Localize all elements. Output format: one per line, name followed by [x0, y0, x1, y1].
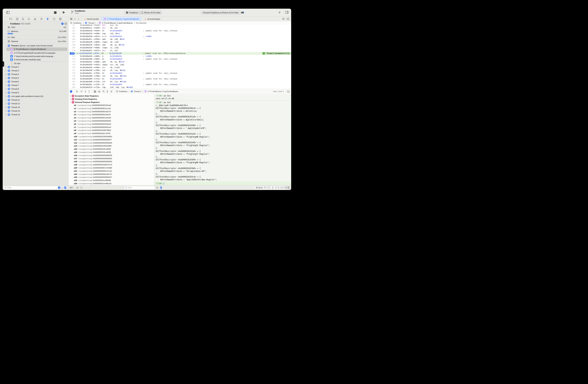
disasm-line-163[interactable]: 1630x181d0a520 <+644>: bl 0x181dda854 ; … [68, 29, 291, 32]
project-navigator-icon[interactable] [9, 18, 12, 20]
register-row[interactable]: x16 = (unsigned long) 0x0000000000000000 [68, 154, 154, 157]
back-icon[interactable]: ❬ [74, 18, 76, 20]
register-row[interactable]: x4 = (unsigned long) 0x0000600002124100 [68, 116, 154, 119]
step-into-icon[interactable] [84, 90, 86, 93]
disasm-line-174[interactable]: 1740x181d0a54c <+688>: add x8, sp, #0x10 [68, 60, 291, 63]
disasm-line-164[interactable]: 1640x181d0a524 <+648>: cmp x23, #0x1 [68, 32, 291, 35]
toggle-navigator-icon[interactable] [6, 11, 10, 14]
filter-toggle-running-icon[interactable] [58, 187, 60, 189]
disasm-line-173[interactable]: 1730x181d0a548 <+684>: bl 0x181dda854 ; … [68, 58, 291, 60]
tab-scenedelegate[interactable]: SceneDelegate [142, 17, 163, 21]
jumpbar-app[interactable]: FontDemo [73, 22, 82, 24]
debug-console[interactable]: (lldb) po $x1sans-serif,zh-HK(lldb) po $… [154, 94, 291, 185]
gauge-row-disk[interactable]: DiskZero KB/s [3, 36, 68, 39]
register-row[interactable]: x17 = (unsigned long) 0x0000000000000002 [68, 157, 154, 160]
register-row[interactable]: x18 = (unsigned long) 0x0000000000000000 [68, 160, 154, 163]
debug-navigator-icon[interactable] [46, 18, 49, 20]
editor-options-icon[interactable] [282, 18, 285, 20]
filter-flat-view-icon[interactable] [64, 187, 66, 189]
disasm-line-181[interactable]: 1810x181d0a568 <+716>: ldr x0, [sp, #0x1… [68, 80, 291, 83]
console-filter-field[interactable]: Filter [254, 186, 286, 190]
thread-row[interactable]: ❭Thread 9 [3, 91, 68, 95]
register-row[interactable]: x19 = (unsigned long) 0x000000016d974710 [68, 163, 154, 166]
thread-row[interactable]: ❭Thread 5 [3, 76, 68, 80]
view-ui-hierarchy-icon[interactable] [98, 90, 100, 93]
stack-frame-35[interactable]: 35 start [6, 62, 68, 65]
debugbar-thread[interactable]: Thread 1 [134, 90, 141, 92]
trash-icon[interactable] [287, 187, 290, 189]
test-navigator-icon[interactable] [40, 18, 43, 20]
breakpoint-navigator-icon[interactable] [53, 18, 56, 20]
stack-frame-0[interactable]: 0 TFontFallbacks::CopyFontFallbacks [6, 47, 67, 51]
debugbar-frame[interactable]: 0 TFontFallbacks::CopyFontFallbacks [147, 90, 178, 92]
process-row[interactable]: ⌄FontDemoPID 50489 [3, 21, 68, 26]
disasm-line-166[interactable]: 1660x181d0a52c <+656>: add x8, x20, #0x8 [68, 38, 291, 41]
register-row[interactable]: x7 = (unsigned long) 0x00000000000001a4 [68, 126, 154, 129]
thread-row[interactable]: ❭Thread 7 [3, 83, 68, 87]
register-row[interactable]: x3 = (unsigned long) 0x0000600000c0d110 [68, 113, 154, 116]
run-destination[interactable]: FontDemo ❭ iPhone 16 Pro Max [124, 10, 162, 15]
thread-row[interactable]: ❭Thread 8 [3, 87, 68, 91]
debug-view-hierarchy-icon[interactable] [94, 90, 96, 93]
stack-frame-6[interactable]: 6 CTFontCopyDefaultCascadeListForLanguag… [6, 51, 68, 55]
debug-area-toggle-icon[interactable] [287, 90, 290, 93]
disasm-line-177[interactable]: 1770x181d0a558 <+700>: ldr x0, [sp, #0x8… [68, 69, 291, 72]
register-row[interactable]: x0 = (unsigned long) 0x00006000002341a0 [68, 104, 154, 107]
jumpbar-thread[interactable]: Thread 1 [88, 22, 96, 24]
pause-process-icon[interactable] [64, 22, 67, 25]
stack-frame-8[interactable]: 8 ViewController.viewDidLoad() [6, 58, 68, 61]
register-row[interactable]: x25 = (unsigned long) 0x00000001ecf652c8 [68, 182, 154, 185]
find-navigator-icon[interactable] [28, 18, 30, 20]
disasm-line-179[interactable]: 1790x181d0a560 <+708>: ldr x0, [sp, #0x1… [68, 75, 291, 77]
disasm-line-169[interactable]: 1690x181d0a538 <+668>: ldapr x2, [x8] [68, 46, 291, 49]
show-summaries-icon[interactable] [76, 187, 79, 189]
disasm-line-178[interactable]: 1780x181d0a55c <+704>: bl 0x181dda854 ; … [68, 72, 291, 75]
jumpbar-frame[interactable]: 0 TFontFallbacks::CopyFontFallbacks [102, 22, 133, 24]
thread-row[interactable]: ❭Thread 13 [3, 105, 68, 109]
environment-overrides-icon[interactable] [106, 90, 108, 93]
continue-icon[interactable] [76, 90, 78, 93]
thread-row[interactable]: ❭Thread 2 [3, 65, 68, 69]
thread-row[interactable]: ❭Thread 3 [3, 69, 68, 73]
register-row[interactable]: x9 = (unsigned long) 0x00000001fac7d700 [68, 132, 154, 135]
disasm-line-162[interactable]: 1620x181d0a51c <+640>: mov x0, x22 [68, 26, 291, 29]
disasm-line-165[interactable]: 1650x181d0a528 <+652>: b.lt 0x181d0a54c … [68, 35, 291, 38]
console-input-row[interactable]: (lldb) [154, 182, 291, 185]
thread-row[interactable]: ❭Thread 12 [3, 102, 68, 105]
thread-row[interactable]: ❭Thread 4 [3, 73, 68, 76]
issue-navigator-icon[interactable] [34, 18, 36, 20]
stop-button[interactable] [54, 11, 57, 14]
forward-icon[interactable]: ❭ [78, 18, 79, 20]
filter-view-mode-icon[interactable] [61, 187, 63, 189]
navigator-filter-field[interactable]: Filter [4, 186, 67, 190]
register-row[interactable]: x24 = (unsigned long) 0x00000001ecf9fd38 [68, 179, 154, 182]
simulate-location-icon[interactable] [110, 90, 112, 93]
scheme-block[interactable]: FontDemo main [71, 10, 85, 14]
disasm-line-167[interactable]: 1670x181d0a530 <+660>: ldapr x0, [x8] [68, 41, 291, 43]
register-section[interactable]: ❭RException State Registers [68, 94, 154, 97]
disasm-line-176[interactable]: 1760x181d0a554 <+696>: str x8, [x19] [68, 66, 291, 69]
console-scope-icon[interactable] [160, 186, 162, 189]
disasm-line-168[interactable]: 1680x181d0a534 <+664>: add x8, sp, #0x10 [68, 43, 291, 46]
disasm-line-183[interactable]: 1830x181d0a570 <+724>: ldp x29, x30, [sp… [68, 86, 291, 89]
tab-viewcontroller[interactable]: ViewController [81, 17, 102, 21]
register-row[interactable]: x8 = (unsigned long) 0x000000016d9745b0 [68, 129, 154, 132]
editor-layout-button[interactable] [285, 11, 289, 14]
stack-frame-7[interactable]: 7 ViewController.printCascadeList(for:la… [6, 55, 68, 58]
register-row[interactable]: x5 = (unsigned long) 0x0000000000000000 [68, 119, 154, 123]
breakpoint-menu-icon[interactable] [262, 52, 265, 55]
tab-overview-icon[interactable] [70, 18, 72, 20]
disasm-line-182[interactable]: 1820x181d0a56c <+720>: bl 0x181dda854 ; … [68, 83, 291, 86]
register-section[interactable]: ⌄RGeneral Purpose Registers [68, 101, 154, 104]
gauge-row-cpu[interactable]: CPU0% [3, 26, 68, 29]
thread-row[interactable]: ❭Thread 6 [3, 80, 68, 83]
report-navigator-icon[interactable] [59, 18, 62, 20]
memory-graph-icon[interactable] [102, 90, 105, 93]
add-button[interactable] [278, 11, 281, 14]
variables-filter-field[interactable]: Filter [124, 186, 155, 190]
crash-navigator-icon[interactable] [16, 18, 18, 20]
add-editor-icon[interactable] [287, 18, 289, 20]
step-out-icon[interactable] [88, 90, 90, 93]
debugbar-app[interactable]: FontDemo [119, 90, 127, 92]
gauge-icon[interactable] [61, 22, 64, 25]
